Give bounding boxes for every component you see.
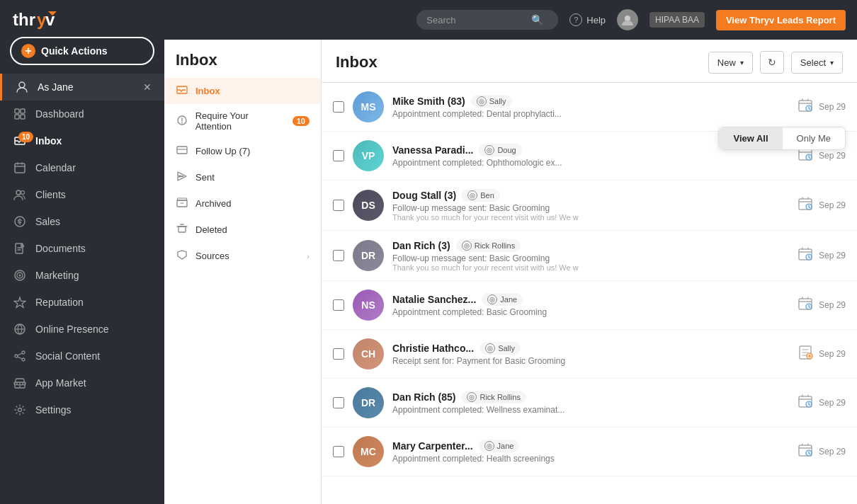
message-date: Sep 29: [819, 398, 846, 408]
inbox-header: Inbox New ▾ ↻ Select ▾: [322, 40, 857, 83]
inbox-nav-label: Inbox: [195, 86, 220, 96]
select-button[interactable]: Select ▾: [791, 52, 843, 74]
calendar-icon: [798, 442, 813, 462]
sidebar-item-as-jane[interactable]: As Jane ✕: [0, 74, 164, 101]
star-icon: [13, 295, 27, 309]
message-checkbox[interactable]: [333, 250, 344, 261]
inbox-nav-inbox[interactable]: Inbox: [164, 78, 321, 104]
message-agent-tag: ◎ Sally: [479, 342, 521, 355]
inbox-nav-archived[interactable]: Archived: [164, 190, 321, 217]
grid-icon: [13, 107, 27, 121]
message-agent-tag: ◎ Ben: [462, 189, 500, 202]
message-avatar: NS: [353, 290, 384, 321]
quick-actions-label: Quick Actions: [41, 45, 108, 57]
trash-icon: [176, 223, 188, 236]
search-icon[interactable]: 🔍: [531, 14, 543, 25]
inbox-nav-deleted[interactable]: Deleted: [164, 217, 321, 243]
sidebar-item-inbox[interactable]: 10 Inbox: [0, 127, 164, 154]
topbar: 🔍 ? Help HIPAA BAA View Thryv Leads Repo…: [164, 0, 857, 40]
message-name-row: Doug Stall (3) ◎ Ben: [392, 189, 789, 202]
help-label: Help: [586, 15, 606, 25]
hipaa-label: HIPAA BAA: [655, 15, 699, 25]
message-row[interactable]: DS Doug Stall (3) ◎ Ben Follow-up messag…: [322, 181, 857, 231]
user-icon: [15, 80, 29, 94]
message-checkbox[interactable]: [333, 348, 344, 360]
refresh-button[interactable]: ↻: [760, 51, 784, 74]
message-row[interactable]: NS Natalie Sanchez... ◎ Jane Appointment…: [322, 281, 857, 330]
message-checkbox[interactable]: [333, 299, 344, 311]
message-info: Doug Stall (3) ◎ Ben Follow-up message s…: [392, 189, 789, 222]
user-avatar[interactable]: [617, 9, 638, 30]
agent-icon: ◎: [477, 96, 487, 106]
sidebar-item-documents[interactable]: Documents: [0, 235, 164, 262]
sidebar-item-label: Dashboard: [35, 108, 84, 120]
message-row[interactable]: MS Mike Smith (83) ◎ Sally Appointment c…: [322, 83, 857, 132]
refresh-icon: ↻: [768, 57, 776, 68]
sidebar-item-reputation[interactable]: Reputation: [0, 289, 164, 316]
quick-actions-button[interactable]: + Quick Actions: [10, 37, 154, 65]
inbox-nav-followup[interactable]: Follow Up (7): [164, 138, 321, 164]
message-row[interactable]: DR Dan Rich (85) ◎ Rick Rollins Appointm…: [322, 379, 857, 428]
message-checkbox[interactable]: [333, 101, 344, 113]
agent-icon: ◎: [487, 294, 497, 304]
message-row[interactable]: MC Mary Carpenter... ◎ Jane Appointment …: [322, 428, 857, 476]
search-input[interactable]: [426, 15, 526, 25]
sidebar-item-sales[interactable]: Sales: [0, 208, 164, 235]
message-info: Dan Rich (85) ◎ Rick Rollins Appointment…: [392, 391, 789, 415]
new-button[interactable]: New ▾: [708, 52, 753, 74]
sidebar-item-label: Settings: [35, 404, 72, 416]
message-actions: Sep 29: [798, 246, 846, 265]
svg-point-19: [22, 351, 25, 354]
sidebar-item-calendar[interactable]: Calendar: [0, 154, 164, 181]
inbox-main-title: Inbox: [336, 53, 701, 71]
inbox-nav-sources[interactable]: Sources ›: [164, 243, 321, 269]
sidebar-item-label: Sales: [35, 216, 60, 227]
message-row[interactable]: CH Christie Hathco... ◎ Sally Receipt se…: [322, 330, 857, 379]
message-name: Vanessa Paradi...: [392, 144, 473, 156]
inbox-nav-label: Follow Up (7): [195, 146, 250, 156]
view-all-button[interactable]: View All: [719, 127, 782, 149]
inbox-nav-label: Archived: [195, 198, 232, 209]
sidebar-item-social-content[interactable]: Social Content: [0, 343, 164, 370]
sidebar-item-settings[interactable]: Settings: [0, 396, 164, 423]
sidebar-item-app-market[interactable]: App Market: [0, 370, 164, 396]
only-me-button[interactable]: Only Me: [783, 127, 845, 149]
inbox-panel-title: Inbox: [164, 51, 321, 78]
sidebar-item-marketing[interactable]: Marketing: [0, 262, 164, 289]
store-icon: [13, 376, 27, 390]
message-actions: Sep 29: [798, 394, 846, 413]
hipaa-badge[interactable]: HIPAA BAA: [649, 12, 705, 28]
agent-icon: ◎: [484, 441, 494, 451]
inbox-side-panel: Inbox Inbox Require Your Attention 10 Fo…: [164, 40, 322, 504]
message-checkbox[interactable]: [333, 397, 344, 408]
close-icon[interactable]: ✕: [143, 81, 152, 93]
inbox-nav-label: Sources: [195, 251, 229, 261]
sidebar-item-dashboard[interactable]: Dashboard: [0, 101, 164, 127]
message-row[interactable]: DR Dan Rich (3) ◎ Rick Rollins Follow-up…: [322, 231, 857, 281]
message-avatar: VP: [353, 140, 384, 171]
message-name: Dan Rich (3): [392, 240, 450, 251]
leads-report-button[interactable]: View Thryv Leads Report: [716, 10, 846, 30]
inbox-nav-sent[interactable]: Sent: [164, 164, 321, 190]
dollar-icon: [13, 214, 27, 229]
svg-rect-29: [178, 227, 186, 232]
search-container[interactable]: 🔍: [416, 10, 558, 30]
sidebar-item-online-presence[interactable]: Online Presence: [0, 316, 164, 343]
message-name: Mary Carpenter...: [392, 440, 473, 452]
svg-rect-6: [21, 109, 25, 113]
help-button[interactable]: ? Help: [569, 13, 606, 26]
svg-point-11: [16, 190, 21, 195]
message-checkbox[interactable]: [333, 200, 344, 211]
sidebar: thr y v + Quick Actions As Jane ✕ Dashbo…: [0, 0, 164, 504]
inbox-nav-require-attention[interactable]: Require Your Attention 10: [164, 104, 321, 138]
message-subject: Follow-up message sent: Basic Grooming: [392, 203, 676, 213]
message-name-row: Dan Rich (85) ◎ Rick Rollins: [392, 391, 789, 403]
message-checkbox[interactable]: [333, 446, 344, 457]
message-agent-tag: ◎ Jane: [479, 440, 520, 452]
message-checkbox[interactable]: [333, 150, 344, 161]
message-avatar: MC: [353, 436, 384, 467]
sent-icon: [176, 171, 188, 184]
archive-icon: [176, 197, 188, 210]
sidebar-item-clients[interactable]: Clients: [0, 181, 164, 208]
svg-rect-10: [15, 164, 25, 173]
